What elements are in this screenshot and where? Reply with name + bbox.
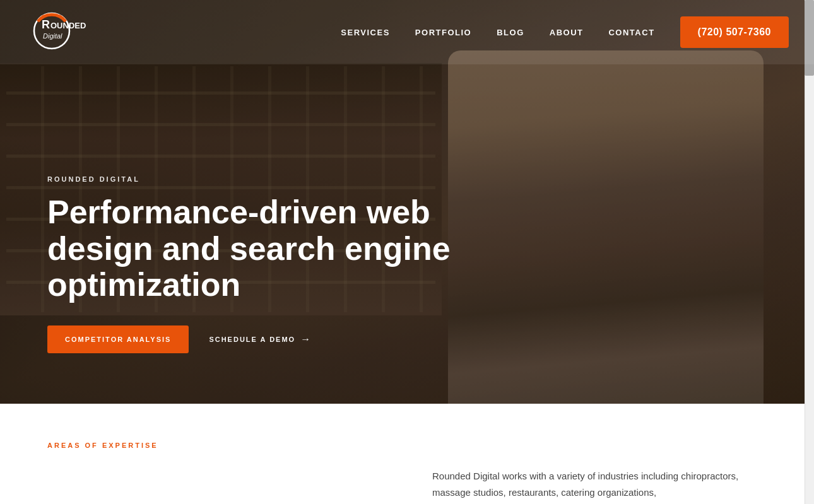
main-nav: SERVICES PORTFOLIO BLOG ABOUT CONTACT (7… <box>341 16 789 48</box>
nav-blog[interactable]: BLOG <box>497 28 524 37</box>
scrollbar[interactable] <box>805 0 814 504</box>
logo[interactable]: R OUNDED Digital <box>25 12 114 53</box>
nav-contact[interactable]: CONTACT <box>608 28 654 37</box>
below-fold-content: Rounded Digital works with a variety of … <box>47 462 767 500</box>
hero-headline: Performance-driven web design and search… <box>47 194 476 303</box>
phone-cta-button[interactable]: (720) 507-7360 <box>680 16 789 48</box>
competitor-analysis-button[interactable]: COMPETITOR ANALYSIS <box>47 325 189 353</box>
svg-text:OUNDED: OUNDED <box>50 21 86 30</box>
nav-portfolio[interactable]: PORTFOLIO <box>415 28 471 37</box>
hero-section: R OUNDED Digital SERVICES PORTFOLIO BLOG… <box>0 0 814 404</box>
svg-text:R: R <box>42 18 50 31</box>
hero-brand-label: ROUNDED DIGITAL <box>47 175 476 183</box>
areas-of-expertise-label: AREAS OF EXPERTISE <box>47 442 767 449</box>
nav-about[interactable]: ABOUT <box>550 28 584 37</box>
nav-services[interactable]: SERVICES <box>341 28 390 37</box>
site-header: R OUNDED Digital SERVICES PORTFOLIO BLOG… <box>0 0 814 64</box>
arrow-icon: → <box>300 334 312 345</box>
below-fold-section: AREAS OF EXPERTISE Rounded Digital works… <box>0 404 814 504</box>
svg-text:Digital: Digital <box>43 32 62 40</box>
hero-buttons: COMPETITOR ANALYSIS SCHEDULE A DEMO → <box>47 325 476 353</box>
schedule-demo-button[interactable]: SCHEDULE A DEMO → <box>209 334 312 345</box>
logo-svg: R OUNDED Digital <box>25 12 114 53</box>
demo-button-label: SCHEDULE A DEMO <box>209 336 295 343</box>
expertise-description: Rounded Digital works with a variety of … <box>432 462 767 500</box>
hero-content: ROUNDED DIGITAL Performance-driven web d… <box>47 175 476 353</box>
